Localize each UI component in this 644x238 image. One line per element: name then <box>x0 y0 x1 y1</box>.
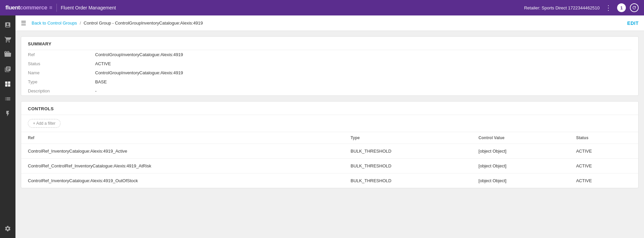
controls-column-header: Type <box>344 132 472 144</box>
summary-label: Type <box>21 77 88 86</box>
table-row: ControlRef_ControlRef_InventoryCatalogue… <box>21 159 638 173</box>
controls-column-header: Status <box>569 132 638 144</box>
nav-left: fluentcommerce ≡ Fluent Order Management <box>5 4 116 12</box>
content-area: ☰ Back to Control Groups / Control Group… <box>15 15 644 238</box>
breadcrumb-bar: ☰ Back to Control Groups / Control Group… <box>15 15 644 31</box>
add-filter-label: + Add a filter <box>33 121 55 126</box>
summary-label: Status <box>21 59 88 68</box>
sidebar-item-settings[interactable] <box>1 222 14 235</box>
control-value: [object Object] <box>472 173 569 188</box>
controls-table: RefTypeControl ValueStatus ControlRef_In… <box>21 132 638 188</box>
sidebar-item-products[interactable] <box>1 48 14 61</box>
sidebar-item-analytics[interactable] <box>1 18 14 32</box>
back-to-control-groups-link[interactable]: Back to Control Groups <box>32 21 77 26</box>
sidebar <box>0 15 15 238</box>
summary-card: SUMMARY Ref ControlGroupInventoryCatalog… <box>21 36 639 96</box>
controls-column-header: Control Value <box>472 132 569 144</box>
more-options-button[interactable]: ⋮ <box>604 3 613 12</box>
control-type: BULK_THRESHOLD <box>344 173 472 188</box>
main-layout: ☰ Back to Control Groups / Control Group… <box>0 15 644 238</box>
summary-header: SUMMARY <box>21 37 638 50</box>
table-row: ControlRef_InventoryCatalogue:Alexis:491… <box>21 144 638 159</box>
summary-value: - <box>88 86 638 95</box>
summary-table: Ref ControlGroupInventoryCatalogue:Alexi… <box>21 50 638 95</box>
top-nav: fluentcommerce ≡ Fluent Order Management… <box>0 0 644 15</box>
nav-right: Retailer: Sports Direct 1722344462510 ⋮ … <box>524 3 639 12</box>
controls-section: CONTROLS + Add a filter RefTypeControl V… <box>21 101 639 188</box>
control-value: [object Object] <box>472 159 569 173</box>
retailer-info: Retailer: Sports Direct 1722344462510 <box>524 5 600 10</box>
edit-button[interactable]: EDIT <box>627 21 639 26</box>
notification-badge[interactable]: 1 <box>617 3 626 12</box>
control-value: [object Object] <box>472 144 569 159</box>
summary-value: BASE <box>88 77 638 86</box>
summary-row: Description - <box>21 86 638 95</box>
control-status: ACTIVE <box>569 159 638 173</box>
summary-label: Ref <box>21 50 88 59</box>
summary-value: ControlGroupInventoryCatalogue:Alexis:49… <box>88 50 638 59</box>
control-ref-link[interactable]: ControlRef_InventoryCatalogue:Alexis:491… <box>21 173 344 188</box>
controls-header: CONTROLS <box>21 102 638 115</box>
control-type: BULK_THRESHOLD <box>344 159 472 173</box>
sidebar-item-catalog[interactable] <box>1 63 14 76</box>
control-status: ACTIVE <box>569 144 638 159</box>
summary-row: Type BASE <box>21 77 638 86</box>
breadcrumb-separator: / <box>80 21 81 26</box>
app-title: Fluent Order Management <box>61 5 116 10</box>
add-filter-button[interactable]: + Add a filter <box>28 119 61 128</box>
refresh-button[interactable] <box>630 3 639 12</box>
control-ref-link[interactable]: ControlRef_InventoryCatalogue:Alexis:491… <box>21 144 344 159</box>
control-ref-link[interactable]: ControlRef_ControlRef_InventoryCatalogue… <box>21 159 344 173</box>
logo-icon: ≡ <box>49 5 52 11</box>
table-row: ControlRef_InventoryCatalogue:Alexis:491… <box>21 173 638 188</box>
sidebar-item-controls[interactable] <box>1 77 14 91</box>
page-content: SUMMARY Ref ControlGroupInventoryCatalog… <box>15 31 644 238</box>
nav-divider <box>56 4 57 12</box>
summary-value: ACTIVE <box>88 59 638 68</box>
summary-row: Status ACTIVE <box>21 59 638 68</box>
logo: fluentcommerce ≡ <box>5 4 52 11</box>
breadcrumb-current-page: Control Group - ControlGroupInventoryCat… <box>84 21 203 26</box>
summary-value: ControlGroupInventoryCatalogue:Alexis:49… <box>88 68 638 77</box>
hamburger-menu-button[interactable]: ☰ <box>21 19 26 27</box>
summary-row: Name ControlGroupInventoryCatalogue:Alex… <box>21 68 638 77</box>
summary-label: Name <box>21 68 88 77</box>
controls-column-header: Ref <box>21 132 344 144</box>
summary-label: Description <box>21 86 88 95</box>
sidebar-item-orders[interactable] <box>1 33 14 46</box>
filter-bar: + Add a filter <box>21 115 638 132</box>
sidebar-item-reports[interactable] <box>1 92 14 106</box>
control-status: ACTIVE <box>569 173 638 188</box>
control-type: BULK_THRESHOLD <box>344 144 472 159</box>
summary-row: Ref ControlGroupInventoryCatalogue:Alexi… <box>21 50 638 59</box>
sidebar-item-rules[interactable] <box>1 107 14 120</box>
logo-text: fluentcommerce <box>5 4 47 11</box>
breadcrumb: ☰ Back to Control Groups / Control Group… <box>21 19 203 27</box>
